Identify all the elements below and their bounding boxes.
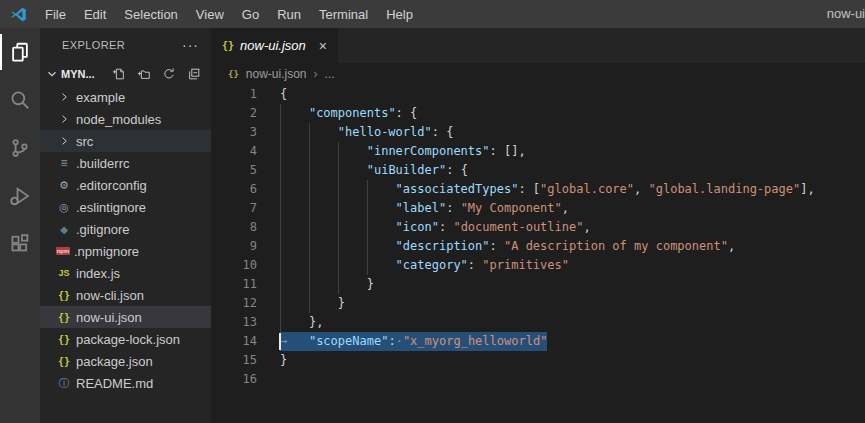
run-and-debug-icon[interactable] — [0, 172, 40, 220]
tree-item-eslintignore[interactable]: ◎.eslintignore — [40, 196, 211, 218]
line-number[interactable]: 1 — [211, 85, 257, 104]
extensions-icon[interactable] — [0, 220, 40, 268]
line-number[interactable]: 13 — [211, 313, 257, 332]
tree-item-label: example — [76, 90, 125, 105]
tree-item-now-ui-json[interactable]: {}now-ui.json — [40, 306, 211, 328]
workspace-root-row[interactable]: MYN... — [40, 62, 211, 86]
tree-item-package-lock-json[interactable]: {}package-lock.json — [40, 328, 211, 350]
npm-file-icon: npm — [56, 247, 70, 255]
menu-terminal[interactable]: Terminal — [310, 0, 377, 28]
tree-item-label: .editorconfig — [76, 178, 147, 193]
menu-bar: FileEditSelectionViewGoRunTerminalHelp — [36, 0, 422, 28]
code-line-5[interactable]: 5 "uiBuilder": { — [211, 161, 865, 180]
json-file-icon: {} — [56, 334, 72, 345]
token-key: "scopeName" — [309, 334, 388, 348]
close-tab-icon[interactable]: × — [319, 38, 327, 54]
code-line-6[interactable]: 6 "associatedTypes": ["global.core", "gl… — [211, 180, 865, 199]
token-key: "hello-world" — [338, 125, 432, 139]
line-number[interactable]: 6 — [211, 180, 257, 199]
code-line-4[interactable]: 4 "innerComponents": [], — [211, 142, 865, 161]
token-key: "uiBuilder" — [367, 163, 446, 177]
code-line-9[interactable]: 9 "description": "A description of my co… — [211, 237, 865, 256]
line-number[interactable]: 11 — [211, 275, 257, 294]
code-line-10[interactable]: 10 "category": "primitives" — [211, 256, 865, 275]
workspace-root-label: MYN... — [61, 68, 95, 80]
tree-item-builderrc[interactable]: ≡.builderrc — [40, 152, 211, 174]
token-key: "associatedTypes" — [396, 182, 519, 196]
token-ws: · — [396, 334, 403, 348]
code-line-3[interactable]: 3 "hello-world": { — [211, 123, 865, 142]
line-content: "category": "primitives" — [280, 256, 865, 275]
code-line-1[interactable]: 1{ — [211, 85, 865, 104]
code-line-11[interactable]: 11 } — [211, 275, 865, 294]
line-number[interactable]: 3 — [211, 123, 257, 142]
tab-now-ui-json[interactable]: {} now-ui.json × — [211, 28, 338, 63]
menu-go[interactable]: Go — [233, 0, 268, 28]
code-line-7[interactable]: 7 "label": "My Component", — [211, 199, 865, 218]
new-folder-icon[interactable] — [137, 67, 151, 81]
tree-item-editorconfig[interactable]: ⚙.editorconfig — [40, 174, 211, 196]
line-number[interactable]: 9 — [211, 237, 257, 256]
line-number[interactable]: 12 — [211, 294, 257, 313]
tree-item-node-modules[interactable]: node_modules — [40, 108, 211, 130]
menu-run[interactable]: Run — [268, 0, 310, 28]
token-key: "description" — [396, 239, 490, 253]
token-key: "icon" — [396, 220, 439, 234]
indent-guide — [280, 313, 281, 332]
breadcrumb-file[interactable]: now-ui.json — [246, 67, 307, 81]
code-line-13[interactable]: 13 }, — [211, 313, 865, 332]
collapse-folders-icon[interactable] — [187, 67, 201, 81]
line-number[interactable]: 4 — [211, 142, 257, 161]
tree-item-readme-md[interactable]: ⓘREADME.md — [40, 372, 211, 394]
line-number[interactable]: 8 — [211, 218, 257, 237]
line-content: → "scopeName":·"x_myorg_helloworld" — [280, 332, 865, 351]
tree-item-now-cli-json[interactable]: {}now-cli.json — [40, 284, 211, 306]
breadcrumb-symbol-more[interactable]: ... — [325, 67, 335, 81]
tree-item-label: index.js — [76, 266, 120, 281]
menu-file[interactable]: File — [36, 0, 75, 28]
line-number[interactable]: 7 — [211, 199, 257, 218]
line-content: }, — [280, 313, 865, 332]
menu-selection[interactable]: Selection — [115, 0, 186, 28]
token-punct: , — [583, 220, 590, 234]
code-line-15[interactable]: 15} — [211, 351, 865, 370]
line-number[interactable]: 15 — [211, 351, 257, 370]
token-punct: } — [280, 353, 287, 367]
line-number[interactable]: 16 — [211, 370, 257, 389]
tree-item-gitignore[interactable]: ◆.gitignore — [40, 218, 211, 240]
text-cursor — [279, 333, 281, 350]
line-number[interactable]: 2 — [211, 104, 257, 123]
tab-bar: {} now-ui.json × — [211, 28, 865, 63]
line-number[interactable]: 14 — [211, 332, 257, 351]
line-content: "icon": "document-outline", — [280, 218, 865, 237]
line-number[interactable]: 10 — [211, 256, 257, 275]
line-number[interactable]: 5 — [211, 161, 257, 180]
refresh-icon[interactable] — [162, 67, 176, 81]
tree-item-npmignore[interactable]: npm.npmignore — [40, 240, 211, 262]
tree-item-package-json[interactable]: {}package.json — [40, 350, 211, 372]
search-icon[interactable] — [0, 76, 40, 124]
tree-item-index-js[interactable]: JSindex.js — [40, 262, 211, 284]
explorer-icon[interactable] — [0, 28, 40, 76]
tree-item-label: README.md — [76, 376, 153, 391]
new-file-icon[interactable] — [112, 67, 126, 81]
menu-edit[interactable]: Edit — [75, 0, 115, 28]
code-editor[interactable]: 1{2 "components": {3 "hello-world": {4 "… — [211, 85, 865, 423]
code-line-12[interactable]: 12 } — [211, 294, 865, 313]
tree-item-example[interactable]: example — [40, 86, 211, 108]
tree-item-src[interactable]: src — [40, 130, 211, 152]
explorer-more-actions-button[interactable]: ··· — [182, 37, 199, 53]
json-file-icon: {} — [222, 40, 234, 51]
source-control-icon[interactable] — [0, 124, 40, 172]
menu-view[interactable]: View — [187, 0, 233, 28]
code-line-14[interactable]: 14→ "scopeName":·"x_myorg_helloworld" — [211, 332, 865, 351]
line-content: "description": "A description of my comp… — [280, 237, 865, 256]
line-content: "hello-world": { — [280, 123, 865, 142]
code-line-2[interactable]: 2 "components": { — [211, 104, 865, 123]
code-line-8[interactable]: 8 "icon": "document-outline", — [211, 218, 865, 237]
explorer-sidebar: EXPLORER ··· MYN... examplenode_ — [40, 28, 211, 423]
explorer-header: EXPLORER ··· — [40, 28, 211, 62]
code-line-16[interactable]: 16 — [211, 370, 865, 389]
indent-guide — [280, 142, 281, 161]
menu-help[interactable]: Help — [377, 0, 422, 28]
